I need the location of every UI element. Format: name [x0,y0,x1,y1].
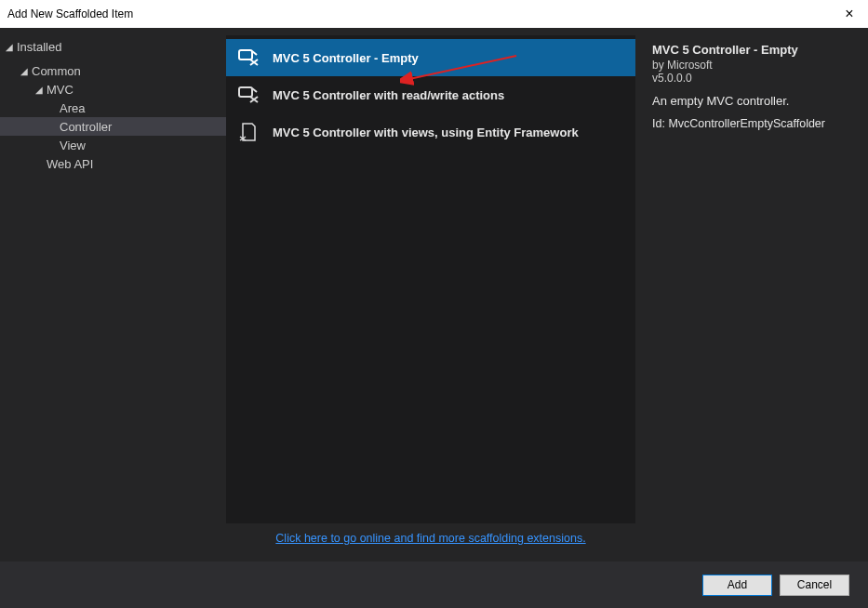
details-id: Id: MvcControllerEmptyScaffolder [652,117,855,130]
details-author: by Microsoft [652,59,855,72]
details-version: v5.0.0.0 [652,72,855,85]
list-item-label: MVC 5 Controller with read/write actions [273,88,504,102]
list-item-mvc5-views-ef[interactable]: MVC 5 Controller with views, using Entit… [226,113,635,151]
chevron-down-icon: ◢ [6,42,17,52]
list-item-label: MVC 5 Controller - Empty [273,51,419,65]
add-button[interactable]: Add [702,575,772,596]
list-item-mvc5-empty[interactable]: MVC 5 Controller - Empty [226,39,635,76]
cancel-button[interactable]: Cancel [780,575,849,596]
controller-icon [235,82,261,108]
tree-node-controller[interactable]: Controller [0,117,226,136]
tree-node-common[interactable]: ◢ Common [0,61,226,80]
tree-label: Web API [47,157,93,171]
sidebar: ◢ Installed ◢ Common ◢ MVC Area Controll… [0,28,226,562]
tree-label: Area [60,101,85,115]
online-extensions-link[interactable]: Click here to go online and find more sc… [275,532,585,545]
controller-icon [235,45,261,71]
details-title: MVC 5 Controller - Empty [652,43,855,57]
tree-node-webapi[interactable]: Web API [0,154,226,173]
details-description: An empty MVC controller. [652,94,855,108]
svg-rect-1 [239,87,252,97]
scaffold-list-panel: MVC 5 Controller - Empty MVC 5 Controlle… [226,28,635,562]
tree-label: View [60,139,86,152]
tree-node-mvc[interactable]: ◢ MVC [0,80,226,99]
tree-label: Common [32,64,81,78]
list-item-mvc5-readwrite[interactable]: MVC 5 Controller with read/write actions [226,76,635,113]
tree-label: MVC [47,83,73,97]
tree-node-installed[interactable]: ◢ Installed [0,37,226,56]
details-id-value: MvcControllerEmptyScaffolder [668,117,825,130]
details-pane: MVC 5 Controller - Empty by Microsoft v5… [635,28,868,562]
window-title: Add New Scaffolded Item [7,7,133,20]
online-link-row: Click here to go online and find more sc… [226,523,635,562]
details-id-label: Id: [652,117,665,130]
tree-label: Installed [17,40,61,54]
titlebar: Add New Scaffolded Item × [0,0,868,28]
chevron-down-icon: ◢ [35,85,47,95]
tree-node-area[interactable]: Area [0,99,226,117]
controller-views-icon [235,119,261,145]
scaffold-list: MVC 5 Controller - Empty MVC 5 Controlle… [226,35,635,523]
svg-rect-0 [239,50,252,59]
list-item-label: MVC 5 Controller with views, using Entit… [273,126,579,139]
footer: Add Cancel [0,562,868,608]
tree-node-view[interactable]: View [0,136,226,154]
close-icon[interactable]: × [831,0,868,28]
tree-label: Controller [60,120,112,134]
chevron-down-icon: ◢ [20,66,32,76]
